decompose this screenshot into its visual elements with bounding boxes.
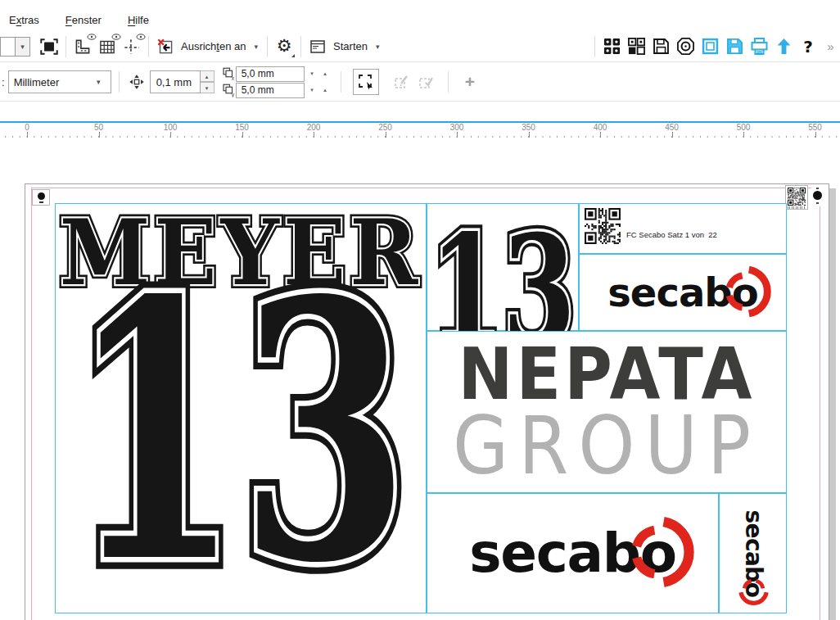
ruler-major-tick	[457, 132, 458, 138]
design-cell-secabo-small[interactable]: secabo	[579, 254, 787, 331]
marker-apply-button-disabled[interactable]	[413, 70, 438, 94]
gear-icon: ⚙	[277, 38, 292, 55]
preview-fit-button[interactable]	[37, 34, 61, 59]
registration-tick	[816, 202, 819, 204]
view-layout-button[interactable]	[624, 34, 648, 59]
nudge-spinner[interactable]: ▴ ▾	[201, 70, 215, 93]
horizontal-ruler[interactable]: 050100150200250300350400450500550	[0, 120, 840, 141]
design-cell-secabo-vertical[interactable]: secabo	[719, 493, 787, 613]
registration-tick	[816, 188, 819, 189]
spin-up-icon[interactable]: ▴	[201, 70, 215, 82]
add-button[interactable]: +	[458, 72, 481, 92]
drawing-canvas[interactable]: MEYERMEYERMEYER 131313 131313 FC Secabo …	[0, 141, 840, 620]
snap-off-icon	[155, 36, 176, 57]
options-button[interactable]: ⚙	[272, 34, 296, 59]
secabo-logo-vertical[interactable]: secabo	[742, 509, 765, 597]
units-dropdown-icon[interactable]: ▾	[92, 78, 106, 86]
eye-icon	[136, 34, 146, 40]
ruler-major-tick	[170, 132, 171, 138]
menu-item-fenster[interactable]: Fenster	[63, 13, 104, 27]
treat-as-filled-button[interactable]	[353, 69, 379, 95]
secabo-logo[interactable]: secabo	[607, 273, 758, 312]
ruler-major-tick	[600, 132, 601, 138]
fit-frame-icon	[38, 36, 60, 57]
nudge-distance-field[interactable]: 0,1 mm	[150, 70, 201, 93]
secabo-logo[interactable]: secabo	[469, 527, 675, 581]
marker-check-icon	[416, 72, 436, 92]
help-button[interactable]: ?	[796, 34, 820, 59]
new-frame-button[interactable]	[698, 34, 722, 59]
registration-tick	[39, 201, 43, 203]
upload-button[interactable]	[771, 34, 796, 59]
ruler-label-500: 500	[737, 123, 751, 132]
view-multipage-button[interactable]	[599, 34, 624, 59]
design-cell-secabo-large[interactable]: secabo	[427, 493, 719, 613]
units-select[interactable]: Millimeter ▾	[8, 70, 111, 93]
dup-y-up-icon[interactable]: ▴	[320, 85, 331, 96]
dup-y-down-icon[interactable]: ▾	[307, 85, 318, 96]
units-value: Millimeter	[14, 76, 92, 88]
menu-bar: ExtrasFensterHilfe	[0, 0, 840, 31]
align-snap-label[interactable]: Ausrichten an	[178, 40, 250, 52]
separator	[267, 36, 268, 57]
toolbar-overflow-button[interactable]: »	[820, 34, 840, 59]
combobox-dropdown-icon[interactable]: ▾	[16, 37, 30, 57]
menu-item-hilfe[interactable]: Hilfe	[125, 13, 151, 27]
ruler-major-tick	[27, 132, 28, 138]
separator	[448, 71, 449, 93]
registration-dot-icon	[813, 191, 822, 200]
save-output-button[interactable]	[722, 34, 747, 59]
up-arrow-icon	[773, 35, 795, 57]
design-cell-name-number[interactable]: MEYERMEYERMEYER 131313	[55, 203, 427, 613]
page-layout-icon	[625, 35, 648, 57]
align-snap-dropdown-icon[interactable]: ▾	[250, 43, 264, 51]
print-button[interactable]	[747, 34, 771, 59]
design-cell-number-small[interactable]: 131313	[427, 203, 579, 331]
floppy-icon	[650, 35, 672, 57]
nudge-distance-spinbox[interactable]: 0,1 mm ▴ ▾	[150, 70, 215, 93]
show-grid-button[interactable]	[95, 34, 120, 59]
duplicate-x-field[interactable]: 5,0 mm	[236, 66, 305, 82]
separator	[119, 71, 120, 93]
dup-x-down-icon[interactable]: ▾	[307, 69, 318, 79]
record-macro-button[interactable]	[673, 34, 698, 59]
marker-edit-button-disabled[interactable]	[389, 70, 413, 94]
combobox-field[interactable]	[0, 37, 16, 57]
ruler-major-tick	[386, 132, 386, 138]
start-dropdown-icon[interactable]: ▾	[371, 43, 385, 51]
group-wordmark[interactable]: GROUP	[453, 405, 761, 486]
duplicate-y-value: 5,0 mm	[242, 84, 274, 96]
show-guidelines-button[interactable]	[120, 34, 144, 59]
secabo-wordmark: secab	[607, 273, 732, 312]
ruler-label-100: 100	[164, 123, 178, 132]
snap-off-button[interactable]	[153, 34, 178, 59]
start-label[interactable]: Starten	[330, 40, 371, 52]
secabo-red-arcs-icon	[737, 573, 770, 606]
spin-down-icon[interactable]: ▾	[201, 82, 215, 93]
design-cell-nepata[interactable]: NEPATA GROUP	[427, 331, 787, 493]
ruler-label-250: 250	[378, 123, 392, 132]
separator	[148, 36, 149, 57]
corner-flyout-icon	[291, 54, 295, 57]
design-cell-info[interactable]: FC Secabo Satz 1 von 22 04.09.2024 KdNr:…	[579, 203, 787, 254]
svg-text:y: y	[231, 92, 234, 97]
duplicate-y-field[interactable]: 5,0 mm	[236, 83, 305, 98]
ruler-major-tick	[672, 132, 673, 138]
start-window-button[interactable]	[305, 34, 330, 59]
show-rulers-button[interactable]	[70, 34, 95, 59]
registration-mark-right	[811, 187, 824, 206]
ruler-major-tick	[529, 132, 530, 138]
ruler-major-tick	[743, 132, 744, 138]
separator	[594, 36, 595, 57]
page-shadow	[829, 188, 836, 620]
jersey-number-large[interactable]: 131313	[71, 255, 411, 610]
save-button[interactable]	[648, 34, 673, 59]
document-page[interactable]: MEYERMEYERMEYER 131313 131313 FC Secabo …	[25, 183, 829, 620]
registration-dot-icon	[38, 192, 45, 200]
dup-x-up-icon[interactable]: ▴	[320, 69, 331, 79]
property-bar: : Millimeter ▾ 0,1 mm ▴ ▾	[0, 63, 840, 102]
separator	[300, 36, 301, 57]
partial-combobox[interactable]: ▾	[0, 37, 30, 57]
menu-item-extras[interactable]: Extras	[7, 13, 42, 27]
secabo-wordmark: secab	[742, 509, 765, 582]
